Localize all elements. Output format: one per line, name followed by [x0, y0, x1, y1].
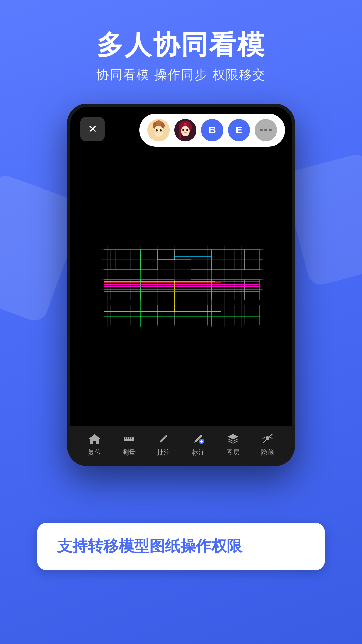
svg-point-12	[182, 129, 184, 131]
svg-point-13	[186, 129, 188, 131]
pen-icon	[156, 431, 171, 446]
hide-label: 隐藏	[261, 448, 274, 457]
measure-label: 测量	[122, 448, 136, 457]
bottom-toolbar: 复位 测量	[70, 426, 292, 463]
home-icon	[87, 431, 102, 446]
avatar-e-letter: E	[236, 124, 242, 136]
avatar1-icon	[147, 119, 170, 141]
layers-label: 图层	[226, 448, 240, 457]
info-card: 支持转移模型图纸操作权限	[37, 523, 325, 570]
avatar-user-e[interactable]: E	[228, 119, 250, 141]
hide-icon	[260, 431, 275, 446]
avatar-more[interactable]	[255, 119, 277, 141]
header: 多人协同看模 协同看模 操作同步 权限移交	[96, 30, 265, 84]
svg-marker-100	[89, 434, 100, 444]
avatar2-icon	[174, 119, 196, 141]
svg-rect-101	[124, 437, 134, 441]
more-dots-icon	[260, 129, 272, 131]
svg-point-3	[156, 120, 161, 126]
svg-marker-110	[228, 434, 238, 439]
svg-rect-10	[179, 129, 181, 139]
toolbar-item-layers[interactable]: 图层	[216, 431, 250, 457]
avatar-user-b[interactable]: B	[201, 119, 223, 141]
svg-line-112	[263, 434, 272, 443]
mark-label: 标注	[192, 448, 205, 457]
svg-point-7	[160, 131, 163, 133]
toolbar-item-reset[interactable]: 复位	[77, 431, 112, 457]
svg-rect-15	[185, 123, 186, 126]
close-icon: ✕	[88, 123, 97, 136]
avatars-panel: B E	[139, 114, 285, 147]
cad-blueprint	[87, 229, 275, 343]
layers-icon	[226, 431, 240, 446]
main-content: 多人协同看模 协同看模 操作同步 权限移交 ✕	[0, 0, 362, 644]
ruler-icon	[122, 431, 136, 446]
toolbar-item-mark[interactable]: 标注	[181, 431, 216, 457]
reset-label: 复位	[88, 448, 101, 457]
avatar-user2[interactable]	[174, 119, 196, 141]
info-card-text: 支持转移模型图纸操作权限	[57, 537, 242, 555]
mark-plus-icon	[191, 431, 206, 446]
phone-mockup: ✕	[67, 104, 295, 466]
toolbar-item-hide[interactable]: 隐藏	[250, 431, 285, 457]
svg-point-11	[181, 126, 190, 136]
page-title: 多人协同看模	[96, 30, 265, 60]
avatar-b-letter: B	[208, 124, 216, 136]
close-button[interactable]: ✕	[80, 117, 105, 141]
svg-point-6	[154, 131, 157, 133]
annotate-label: 批注	[157, 448, 170, 457]
toolbar-item-annotate[interactable]: 批注	[146, 431, 181, 457]
cad-drawing-area[interactable]	[70, 147, 292, 426]
toolbar-item-measure[interactable]: 测量	[112, 431, 146, 457]
page-subtitle: 协同看模 操作同步 权限移交	[96, 66, 265, 84]
avatar-user1[interactable]	[147, 119, 170, 141]
